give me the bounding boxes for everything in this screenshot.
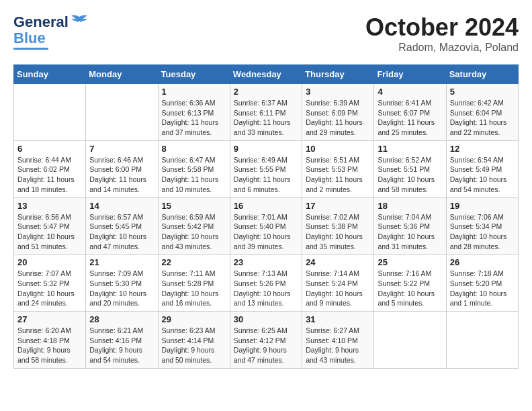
calendar-day: 7Sunrise: 6:46 AMSunset: 6:00 PMDaylight… <box>86 140 158 197</box>
day-number: 20 <box>17 257 82 267</box>
day-info: Sunrise: 6:25 AMSunset: 4:12 PMDaylight:… <box>234 326 298 365</box>
day-number: 12 <box>450 144 515 154</box>
calendar-week-2: 6Sunrise: 6:44 AMSunset: 6:02 PMDaylight… <box>14 140 519 197</box>
day-number: 14 <box>89 201 154 211</box>
calendar-week-3: 13Sunrise: 6:56 AMSunset: 5:47 PMDayligh… <box>14 197 519 255</box>
day-info: Sunrise: 6:37 AMSunset: 6:11 PMDaylight:… <box>234 98 298 138</box>
day-info: Sunrise: 7:14 AMSunset: 5:24 PMDaylight:… <box>306 269 370 308</box>
logo-bird-icon <box>70 14 89 30</box>
calendar-day: 17Sunrise: 7:02 AMSunset: 5:38 PMDayligh… <box>302 197 374 255</box>
day-number: 19 <box>450 201 515 211</box>
calendar-week-4: 20Sunrise: 7:07 AMSunset: 5:32 PMDayligh… <box>14 255 519 312</box>
day-number: 5 <box>450 87 515 97</box>
calendar-title: October 2024 <box>365 13 519 42</box>
logo-general: General <box>13 13 69 31</box>
calendar-body: 1Sunrise: 6:36 AMSunset: 6:13 PMDaylight… <box>14 84 519 369</box>
col-thursday: Thursday <box>302 65 374 84</box>
day-info: Sunrise: 6:39 AMSunset: 6:09 PMDaylight:… <box>306 98 370 138</box>
day-info: Sunrise: 6:23 AMSunset: 4:14 PMDaylight:… <box>162 326 226 365</box>
col-tuesday: Tuesday <box>158 65 230 84</box>
col-sunday: Sunday <box>14 65 86 84</box>
logo-underline <box>13 48 48 50</box>
day-number: 4 <box>378 87 442 97</box>
calendar-day: 23Sunrise: 7:13 AMSunset: 5:26 PMDayligh… <box>230 255 302 312</box>
day-number: 22 <box>162 257 226 267</box>
day-number: 26 <box>450 257 515 267</box>
day-number: 15 <box>162 201 226 211</box>
day-number: 17 <box>306 201 370 211</box>
calendar-day: 26Sunrise: 7:18 AMSunset: 5:20 PMDayligh… <box>446 255 518 312</box>
day-number: 13 <box>17 201 82 211</box>
calendar-day: 24Sunrise: 7:14 AMSunset: 5:24 PMDayligh… <box>302 255 374 312</box>
calendar-day: 22Sunrise: 7:11 AMSunset: 5:28 PMDayligh… <box>158 255 230 312</box>
day-number: 25 <box>378 257 442 267</box>
day-info: Sunrise: 6:56 AMSunset: 5:47 PMDaylight:… <box>17 212 82 252</box>
day-info: Sunrise: 6:51 AMSunset: 5:53 PMDaylight:… <box>306 155 370 195</box>
day-number: 3 <box>306 87 370 97</box>
day-number: 11 <box>378 144 442 154</box>
col-saturday: Saturday <box>446 65 518 84</box>
col-friday: Friday <box>374 65 446 84</box>
day-number: 16 <box>234 201 298 211</box>
calendar-day: 29Sunrise: 6:23 AMSunset: 4:14 PMDayligh… <box>158 312 230 369</box>
calendar-day: 30Sunrise: 6:25 AMSunset: 4:12 PMDayligh… <box>230 312 302 369</box>
day-number: 29 <box>162 314 226 324</box>
day-info: Sunrise: 6:44 AMSunset: 6:02 PMDaylight:… <box>17 155 82 195</box>
day-info: Sunrise: 6:41 AMSunset: 6:07 PMDaylight:… <box>378 98 442 138</box>
day-number: 1 <box>162 87 226 97</box>
day-number: 10 <box>306 144 370 154</box>
day-info: Sunrise: 6:49 AMSunset: 5:55 PMDaylight:… <box>234 155 298 195</box>
day-number: 8 <box>162 144 226 154</box>
calendar-day: 28Sunrise: 6:21 AMSunset: 4:16 PMDayligh… <box>86 312 158 369</box>
col-wednesday: Wednesday <box>230 65 302 84</box>
day-info: Sunrise: 7:18 AMSunset: 5:20 PMDaylight:… <box>450 269 515 308</box>
calendar-day: 9Sunrise: 6:49 AMSunset: 5:55 PMDaylight… <box>230 140 302 197</box>
day-info: Sunrise: 6:42 AMSunset: 6:04 PMDaylight:… <box>450 98 515 138</box>
day-info: Sunrise: 6:27 AMSunset: 4:10 PMDaylight:… <box>306 326 370 365</box>
calendar-day <box>446 312 518 369</box>
day-number: 6 <box>17 144 82 154</box>
calendar-day: 20Sunrise: 7:07 AMSunset: 5:32 PMDayligh… <box>14 255 86 312</box>
calendar-week-5: 27Sunrise: 6:20 AMSunset: 4:18 PMDayligh… <box>14 312 519 369</box>
calendar-day: 15Sunrise: 6:59 AMSunset: 5:42 PMDayligh… <box>158 197 230 255</box>
calendar-week-1: 1Sunrise: 6:36 AMSunset: 6:13 PMDaylight… <box>14 84 519 141</box>
day-info: Sunrise: 7:04 AMSunset: 5:36 PMDaylight:… <box>378 212 442 252</box>
day-number: 31 <box>306 314 370 324</box>
calendar-table: Sunday Monday Tuesday Wednesday Thursday… <box>13 64 519 369</box>
day-number: 2 <box>234 87 298 97</box>
calendar-day: 16Sunrise: 7:01 AMSunset: 5:40 PMDayligh… <box>230 197 302 255</box>
day-info: Sunrise: 7:07 AMSunset: 5:32 PMDaylight:… <box>17 269 82 308</box>
day-number: 9 <box>234 144 298 154</box>
day-number: 21 <box>89 257 154 267</box>
title-block: October 2024 Radom, Mazovia, Poland <box>365 13 519 54</box>
day-number: 28 <box>89 314 154 324</box>
calendar-day: 25Sunrise: 7:16 AMSunset: 5:22 PMDayligh… <box>374 255 446 312</box>
day-info: Sunrise: 7:16 AMSunset: 5:22 PMDaylight:… <box>378 269 442 308</box>
day-info: Sunrise: 6:54 AMSunset: 5:49 PMDaylight:… <box>450 155 515 195</box>
day-info: Sunrise: 6:46 AMSunset: 6:00 PMDaylight:… <box>89 155 154 195</box>
day-info: Sunrise: 7:01 AMSunset: 5:40 PMDaylight:… <box>234 212 298 252</box>
logo: General Blue <box>13 13 89 50</box>
day-info: Sunrise: 6:20 AMSunset: 4:18 PMDaylight:… <box>17 326 82 365</box>
calendar-day: 13Sunrise: 6:56 AMSunset: 5:47 PMDayligh… <box>14 197 86 255</box>
calendar-day: 21Sunrise: 7:09 AMSunset: 5:30 PMDayligh… <box>86 255 158 312</box>
calendar-day: 31Sunrise: 6:27 AMSunset: 4:10 PMDayligh… <box>302 312 374 369</box>
day-info: Sunrise: 7:06 AMSunset: 5:34 PMDaylight:… <box>450 212 515 252</box>
day-number: 7 <box>89 144 154 154</box>
day-info: Sunrise: 6:52 AMSunset: 5:51 PMDaylight:… <box>378 155 442 195</box>
calendar-day: 8Sunrise: 6:47 AMSunset: 5:58 PMDaylight… <box>158 140 230 197</box>
day-info: Sunrise: 6:57 AMSunset: 5:45 PMDaylight:… <box>89 212 154 252</box>
calendar-day <box>374 312 446 369</box>
calendar-day: 19Sunrise: 7:06 AMSunset: 5:34 PMDayligh… <box>446 197 518 255</box>
calendar-header: Sunday Monday Tuesday Wednesday Thursday… <box>14 65 519 84</box>
calendar-day: 2Sunrise: 6:37 AMSunset: 6:11 PMDaylight… <box>230 84 302 141</box>
calendar-day: 11Sunrise: 6:52 AMSunset: 5:51 PMDayligh… <box>374 140 446 197</box>
calendar-subtitle: Radom, Mazovia, Poland <box>365 42 519 54</box>
calendar-day: 4Sunrise: 6:41 AMSunset: 6:07 PMDaylight… <box>374 84 446 141</box>
day-number: 18 <box>378 201 442 211</box>
day-info: Sunrise: 7:13 AMSunset: 5:26 PMDaylight:… <box>234 269 298 308</box>
day-number: 30 <box>234 314 298 324</box>
page-header: General Blue October 2024 Radom, Mazovia… <box>13 13 519 54</box>
day-info: Sunrise: 6:36 AMSunset: 6:13 PMDaylight:… <box>162 98 226 138</box>
calendar-day <box>14 84 86 141</box>
